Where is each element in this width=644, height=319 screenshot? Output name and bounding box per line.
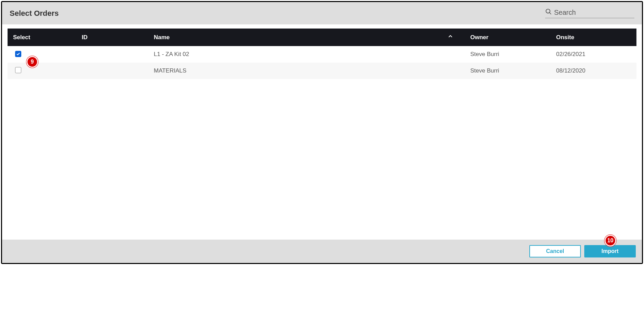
select-orders-dialog: Select Orders Select ID Name [1, 1, 643, 264]
row-select-cell [8, 46, 76, 63]
column-header-id[interactable]: ID [76, 29, 148, 46]
row-select-cell [8, 63, 76, 79]
import-button[interactable]: Import [584, 245, 636, 257]
sort-asc-icon [448, 34, 453, 41]
row-name: L1 - ZA Kit 02 [148, 46, 465, 63]
row-checkbox[interactable] [15, 51, 21, 57]
dialog-footer: Cancel Import [2, 240, 642, 263]
table-row[interactable]: L1 - ZA Kit 02 Steve Burri 02/26/2021 [8, 46, 636, 63]
table-row[interactable]: MATERIALS Steve Burri 08/12/2020 [8, 63, 636, 79]
row-id [76, 63, 148, 79]
column-header-name[interactable]: Name [148, 29, 465, 46]
row-name: MATERIALS [148, 63, 465, 79]
svg-point-0 [546, 9, 550, 13]
dialog-title: Select Orders [10, 9, 59, 18]
column-header-name-label: Name [154, 34, 170, 41]
row-onsite: 02/26/2021 [551, 46, 636, 63]
table-header-row: Select ID Name Owner Onsi [8, 29, 636, 46]
annotation-marker-10: 10 [605, 235, 616, 246]
annotation-marker-9: 9 [26, 56, 38, 68]
row-id [76, 46, 148, 63]
table-body: L1 - ZA Kit 02 Steve Burri 02/26/2021 MA… [8, 46, 636, 79]
row-onsite: 08/12/2020 [551, 63, 636, 79]
column-header-onsite[interactable]: Onsite [551, 29, 636, 46]
search-input[interactable] [554, 9, 634, 16]
search-icon [545, 8, 552, 16]
cancel-button[interactable]: Cancel [529, 245, 581, 257]
dialog-header: Select Orders [2, 2, 642, 24]
row-checkbox[interactable] [15, 67, 21, 73]
column-header-owner[interactable]: Owner [465, 29, 551, 46]
dialog-body: Select ID Name Owner Onsi [2, 24, 642, 240]
search-field-wrapper[interactable] [545, 8, 634, 18]
column-header-select[interactable]: Select [8, 29, 76, 46]
row-owner: Steve Burri [465, 63, 551, 79]
orders-table: Select ID Name Owner Onsi [8, 29, 636, 79]
row-owner: Steve Burri [465, 46, 551, 63]
svg-line-1 [550, 13, 551, 14]
